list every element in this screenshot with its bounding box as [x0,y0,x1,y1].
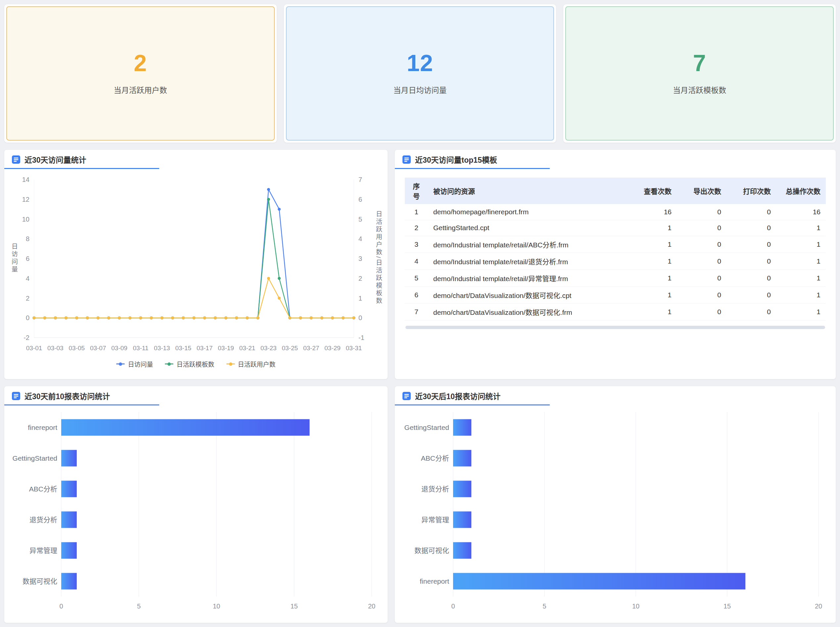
top10-bar-chart-area: 05101520finereportGettingStartedABC分析退货分… [4,405,388,623]
panel-title-top10: 近30天前10报表访问统计 [24,390,110,402]
row-index-cell: 6 [405,287,428,303]
svg-text:15: 15 [290,603,298,610]
svg-text:异常管理: 异常管理 [421,516,449,523]
active-templates-value: 7 [693,52,706,75]
column-header: 总操作次数 [776,178,826,204]
svg-text:6: 6 [26,255,30,262]
panel-visits-trend: 近30天访问量统计 日访问量 日活跃用户数/日活跃模板数 -2024681012… [4,150,388,379]
active-templates-label: 当月活跃模板数 [673,84,726,95]
svg-text:03-27: 03-27 [303,345,319,351]
table-row: 1demo/homepage/finereport.frm160016 [405,204,826,220]
clipboard-icon [12,392,21,400]
svg-text:03-13: 03-13 [154,345,170,351]
svg-text:0: 0 [59,603,63,610]
horizontal-scrollbar[interactable] [406,326,825,329]
resource-cell: demo/chart/DataVisualization/数据可视化.frm [428,303,627,320]
column-header: 打印次数 [726,178,776,204]
clipboard-icon [402,155,411,164]
svg-text:ABC分析: ABC分析 [29,485,57,493]
svg-text:03-29: 03-29 [324,345,341,351]
panel-header: 近30天访问量统计 [4,150,388,169]
daily-visits-value: 12 [407,52,433,75]
value-cell: 1 [776,253,826,269]
legend-item-2[interactable]: 日活跃用户数 [226,359,276,369]
svg-text:12: 12 [22,196,30,203]
svg-text:03-15: 03-15 [175,345,191,351]
value-cell: 1 [776,220,826,236]
svg-text:03-07: 03-07 [90,345,106,351]
row-index-cell: 3 [405,236,428,253]
active-users-label: 当月活跃用户数 [114,84,167,95]
svg-text:03-03: 03-03 [47,345,63,351]
svg-text:5: 5 [358,216,362,223]
panel-bottom10-reports: 近30天后10报表访问统计 05101520GettingStartedABC分… [395,386,836,623]
svg-text:2: 2 [26,295,30,302]
value-cell: 0 [677,204,726,220]
svg-text:03-05: 03-05 [68,345,85,351]
value-cell: 0 [677,220,726,236]
svg-text:0: 0 [26,314,30,321]
panel-header: 近30天访问量top15模板 [395,150,836,169]
value-cell: 1 [776,236,826,253]
top15-table-body: 1demo/homepage/finereport.frm1600162Gett… [405,204,826,320]
panel-top10-reports: 近30天前10报表访问统计 05101520finereportGettingS… [4,386,388,623]
svg-text:5: 5 [137,603,141,610]
svg-text:finereport: finereport [28,424,57,431]
svg-text:03-01: 03-01 [26,345,43,351]
column-header: 查看次数 [627,178,677,204]
svg-text:ABC分析: ABC分析 [421,454,449,462]
value-cell: 0 [677,236,726,253]
legend-item-0[interactable]: 日访问量 [116,359,153,369]
table-row: 5demo/Industrial template/retail/异常管理.fr… [405,269,826,287]
svg-text:15: 15 [723,603,731,610]
value-cell: 1 [627,303,677,320]
stat-cards-row: 2 当月活跃用户数 12 当月日均访问量 7 当月活跃模板数 [4,4,836,143]
svg-text:-2: -2 [24,334,30,341]
value-cell: 16 [627,204,677,220]
stat-card-wrapper-users: 2 当月活跃用户数 [4,4,277,143]
column-header: 序号 [405,178,428,204]
svg-text:数据可视化: 数据可视化 [414,547,449,554]
svg-text:10: 10 [213,603,220,610]
value-cell: 0 [726,269,776,287]
svg-text:03-11: 03-11 [133,345,148,351]
resource-cell: demo/Industrial template/retail/异常管理.frm [428,269,627,287]
svg-text:4: 4 [26,275,30,282]
stat-card-wrapper-templates: 7 当月活跃模板数 [563,4,836,143]
svg-text:03-19: 03-19 [218,345,234,351]
table-row: 2GettingStarted.cpt1001 [405,220,826,236]
value-cell: 0 [677,303,726,320]
value-cell: 0 [726,204,776,220]
stat-card-2: 7 当月活跃模板数 [565,6,834,140]
svg-text:03-17: 03-17 [197,345,213,351]
panel-title-visits-trend: 近30天访问量统计 [24,154,86,165]
panel-title-bottom10: 近30天后10报表访问统计 [415,390,501,402]
value-cell: 1 [776,303,826,320]
table-row: 3demo/Industrial template/retail/ABC分析.f… [405,236,826,253]
table-row: 7demo/chart/DataVisualization/数据可视化.frm1… [405,303,826,320]
resource-cell: GettingStarted.cpt [428,220,627,236]
row-index-cell: 7 [405,303,428,320]
value-cell: 16 [776,204,826,220]
svg-text:6: 6 [358,196,362,203]
clipboard-icon [402,392,411,400]
active-users-value: 2 [134,52,147,75]
svg-text:03-23: 03-23 [261,345,277,351]
svg-text:GettingStarted: GettingStarted [404,424,449,431]
legend-item-1[interactable]: 日活跃模板数 [165,359,214,369]
legend-marker-icon [116,364,125,364]
panel-header: 近30天后10报表访问统计 [395,386,836,405]
title-underline [395,168,550,169]
line-chart-area: 日访问量 日活跃用户数/日活跃模板数 -202468101214-1012345… [4,169,388,369]
svg-text:退货分析: 退货分析 [30,516,57,523]
svg-text:10: 10 [22,216,30,223]
left-axis-title: 日访问量 [9,243,19,274]
svg-text:20: 20 [368,603,375,610]
svg-text:-1: -1 [358,334,365,341]
column-header: 被访问的资源 [428,178,627,204]
legend-marker-icon [165,364,174,364]
stat-card-0: 2 当月活跃用户数 [6,6,275,140]
value-cell: 0 [726,220,776,236]
top15-header-row: 序号被访问的资源查看次数导出次数打印次数总操作次数 [405,178,826,204]
svg-text:退货分析: 退货分析 [421,485,449,493]
